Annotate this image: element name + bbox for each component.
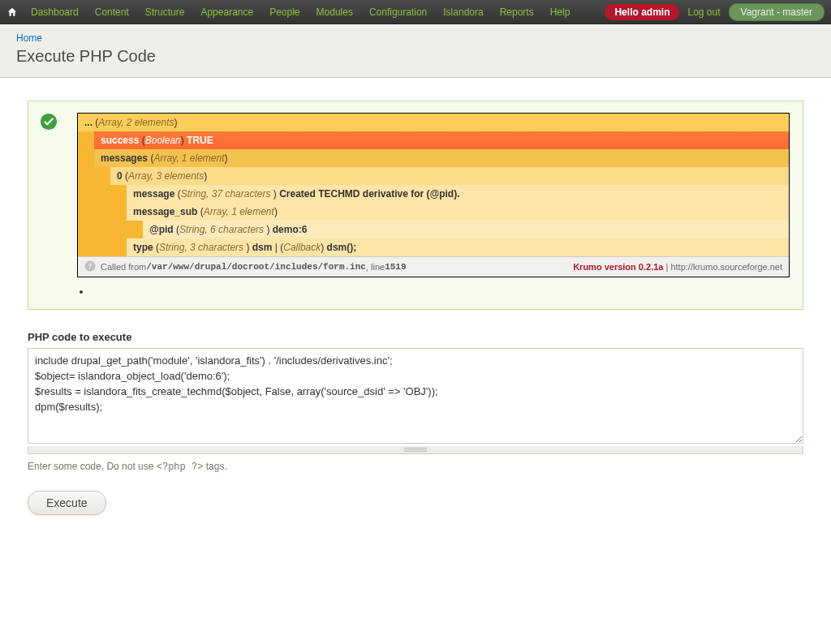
krumo-key: @pid [149,224,174,235]
admin-toolbar: DashboardContentStructureAppearancePeopl… [0,0,831,24]
admin-menu-item[interactable]: Modules [308,0,361,24]
form-desc-code: <?php ?> [157,462,204,473]
krumo-type: String, 37 characters [181,188,273,200]
krumo-type: Array, 1 element [153,152,224,164]
krumo-value: dsm(); [327,242,357,253]
admin-menu-item[interactable]: Islandora [435,0,491,24]
krumo-row[interactable]: @pid (String, 6 characters ) demo:6 [78,221,789,238]
admin-menu-item[interactable]: Appearance [192,0,261,24]
execute-button[interactable]: Execute [28,491,106,515]
admin-menu-item[interactable]: Content [87,0,137,24]
krumo-type: Array, 3 elements [128,170,204,182]
krumo-footer: ? Called from /var/www/drupal/docroot/in… [78,256,789,277]
form-description: Enter some code. Do not use <?php ?> tag… [28,461,803,473]
form-desc-pre: Enter some code. Do not use [28,461,157,472]
admin-menu-item[interactable]: People [261,0,308,24]
environment-badge[interactable]: Vagrant - master [729,3,825,21]
krumo-type: Callback [283,242,321,253]
krumo-row[interactable]: message_sub (Array, 1 element) [78,203,789,221]
svg-text:?: ? [88,263,92,270]
krumo-type: Boolean [145,135,181,146]
krumo-line-label: , line [366,262,385,272]
krumo-row[interactable]: 0 (Array, 3 elements) [78,167,789,185]
krumo-value: dsm [252,242,273,253]
page-header: Home Execute PHP Code [0,24,831,78]
krumo-type: Array, 1 element [204,206,274,217]
admin-menu-item[interactable]: Dashboard [23,0,87,24]
php-code-label: PHP code to execute [28,331,803,343]
breadcrumb-home[interactable]: Home [16,32,42,44]
krumo-value: demo:6 [273,224,308,235]
page-title: Execute PHP Code [16,47,815,66]
krumo-type: String, 3 characters [159,242,246,253]
krumo-key: success [101,135,139,146]
krumo-row[interactable]: message (String, 37 characters ) Created… [78,185,789,203]
krumo-version: Krumo version 0.2.1a [573,262,663,272]
krumo-root-key: ... [84,117,93,128]
krumo-key: message [133,188,174,200]
krumo-key: 0 [117,170,123,182]
krumo-value: TRUE [187,135,213,146]
status-message: ... (Array, 2 elements) success (Boolean… [28,101,803,310]
admin-menu: DashboardContentStructureAppearancePeopl… [23,0,578,24]
krumo-row-root[interactable]: ... (Array, 2 elements) [78,114,789,131]
krumo-key: type [133,242,153,253]
admin-menu-item[interactable]: Reports [492,0,542,24]
krumo-url[interactable]: http://krumo.sourceforge.net [670,262,782,272]
krumo-row[interactable]: messages (Array, 1 element) [78,149,789,167]
logout-link[interactable]: Log out [687,6,720,18]
krumo-type: String, 6 characters [179,224,266,235]
status-list-bullet [92,286,790,298]
question-icon: ? [84,260,96,273]
hello-admin-badge[interactable]: Hello admin [605,4,679,20]
krumo-called-from-path: /var/www/drupal/docroot/includes/form.in… [146,262,366,272]
home-icon[interactable] [6,6,18,18]
krumo-line-number: 1519 [385,262,406,272]
admin-menu-item[interactable]: Help [542,0,579,24]
admin-menu-item[interactable]: Configuration [361,0,435,24]
textarea-resize-grip[interactable] [28,446,803,454]
krumo-value: Created TECHMD derivative for (@pid). [279,188,459,200]
admin-menu-item[interactable]: Structure [137,0,193,24]
krumo-key: message_sub [133,206,197,217]
krumo-key: messages [101,152,148,164]
breadcrumb: Home [16,32,815,44]
form-desc-post: tags. [203,461,226,472]
php-code-textarea[interactable] [28,348,803,444]
krumo-row[interactable]: type (String, 3 characters ) dsm | (Call… [78,238,789,256]
krumo-dump: ... (Array, 2 elements) success (Boolean… [77,113,790,277]
krumo-called-from-label: Called from [101,262,146,272]
content: ... (Array, 2 elements) success (Boolean… [0,78,831,538]
krumo-row[interactable]: success (Boolean) TRUE [78,131,789,149]
krumo-root-type: Array, 2 elements [98,117,174,128]
success-check-icon [40,113,58,133]
